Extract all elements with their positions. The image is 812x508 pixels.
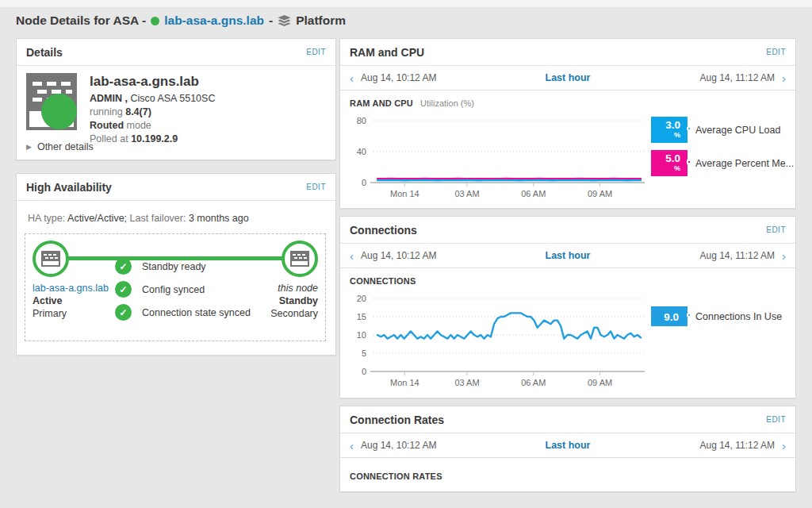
svg-text:09 AM: 09 AM <box>588 378 612 387</box>
legend-item-average-percent-me-[interactable]: 5.0%Average Percent Me... <box>651 150 786 176</box>
svg-text:15: 15 <box>357 312 366 321</box>
svg-text:10: 10 <box>357 330 366 340</box>
ram-chart-title: RAM AND CPU <box>350 98 413 108</box>
device-mode: Routed <box>90 120 124 131</box>
device-name: lab-asa-a.gns.lab <box>90 74 215 90</box>
ha-card-title: High Availability <box>26 181 112 194</box>
time-range-label[interactable]: Last hour <box>546 250 591 261</box>
prev-time-icon[interactable]: ‹ <box>350 72 354 84</box>
svg-text:Mon 14: Mon 14 <box>390 189 419 198</box>
connections-chart-row: 05101520Mon 1403 AM06 AM09 AM 9.0Connect… <box>340 287 795 394</box>
node-link[interactable]: lab-asa-a.gns.lab <box>164 13 264 28</box>
svg-text:0: 0 <box>362 367 366 376</box>
connections-edit-link[interactable]: EDIT <box>766 225 786 234</box>
rates-chart-title-row: CONNECTION RATES <box>340 458 795 483</box>
ram-cpu-chart[interactable]: 04080Mon 1403 AM06 AM09 AM <box>350 110 651 203</box>
time-range-end: Aug 14, 11:12 AM <box>699 72 775 83</box>
svg-text:03 AM: 03 AM <box>454 378 479 387</box>
ha-right-node-name: this node <box>278 283 318 294</box>
ha-type-line: HA type: Active/Active; Last failover: 3… <box>28 213 327 224</box>
time-bar: ‹ Aug 14, 10:12 AM Last hour Aug 14, 11:… <box>340 433 795 458</box>
failover-label: Last failover: <box>130 213 186 224</box>
rates-edit-link[interactable]: EDIT <box>766 415 786 424</box>
time-range-label[interactable]: Last hour <box>546 72 591 83</box>
node-details-page: Node Details for ASA - lab-asa-a.gns.lab… <box>0 0 812 508</box>
svg-text:20: 20 <box>357 294 366 303</box>
ram-chart-subtitle: Utilization (%) <box>420 98 474 108</box>
legend-value-badge: 9.0 <box>651 306 688 326</box>
page-title-text: Node Details for ASA - <box>16 13 146 28</box>
ram-cpu-card: RAM and CPU EDIT ‹ Aug 14, 10:12 AM Last… <box>339 38 796 209</box>
time-range-label[interactable]: Last hour <box>546 440 591 451</box>
device-vendor: ADMIN , <box>90 93 128 104</box>
ha-type-value: Active/Active; <box>67 213 127 224</box>
time-bar: ‹ Aug 14, 10:12 AM Last hour Aug 14, 11:… <box>340 244 795 268</box>
ram-chart-title-row: RAM AND CPU Utilization (%) <box>340 90 795 110</box>
connections-plot: 05101520Mon 1403 AM06 AM09 AM <box>350 287 651 394</box>
next-time-icon[interactable]: › <box>782 440 786 452</box>
device-version-line: running 8.4(7) <box>90 106 215 117</box>
legend-value-badge: 5.0% <box>651 150 688 176</box>
connections-chart-title: CONNECTIONS <box>350 276 416 286</box>
polled-label: Polled at <box>90 133 128 144</box>
details-card-title: Details <box>26 46 63 59</box>
prev-time-icon[interactable]: ‹ <box>350 440 354 452</box>
ha-edit-link[interactable]: EDIT <box>306 183 326 191</box>
series-connections-in-use <box>377 313 641 338</box>
other-details-label: Other details <box>37 141 94 152</box>
connections-chart-title-row: CONNECTIONS <box>340 268 795 287</box>
device-mode-line: Routed mode <box>90 120 215 131</box>
check-icon: ✓ <box>115 281 132 298</box>
next-time-icon[interactable]: › <box>782 72 786 84</box>
other-details-toggle[interactable]: ▶ Other details <box>26 141 94 152</box>
ha-left-node-state: Active <box>33 295 63 306</box>
legend-label: Connections In Use <box>695 311 782 322</box>
connection-rates-card: Connection Rates EDIT ‹ Aug 14, 10:12 AM… <box>339 406 796 492</box>
rates-card-title: Connection Rates <box>350 414 444 426</box>
svg-text:80: 80 <box>357 116 366 125</box>
ha-left-node-role: Primary <box>33 308 67 319</box>
connections-card-title: Connections <box>350 224 417 237</box>
device-model: Cisco ASA 5510SC <box>130 93 215 104</box>
platform-label: Platform <box>296 13 346 28</box>
connections-legend: 9.0Connections In Use <box>651 287 786 394</box>
prev-time-icon[interactable]: ‹ <box>350 250 354 262</box>
mode-label: mode <box>127 120 151 131</box>
time-bar: ‹ Aug 14, 10:12 AM Last hour Aug 14, 11:… <box>340 66 795 90</box>
legend-item-connections-in-use[interactable]: 9.0Connections In Use <box>651 306 786 326</box>
svg-text:Mon 14: Mon 14 <box>390 378 419 387</box>
circle-marker-icon <box>687 313 691 318</box>
rates-card-header: Connection Rates EDIT <box>340 406 795 433</box>
ram-cpu-legend: 3.0%Average CPU Load5.0%Average Percent … <box>651 110 786 203</box>
ha-standby-node-icon <box>282 241 318 277</box>
next-time-icon[interactable]: › <box>782 250 786 262</box>
ha-card-header: High Availability EDIT <box>17 174 335 201</box>
device-polled-line: Polled at 10.199.2.9 <box>90 133 215 144</box>
check-icon: ✓ <box>115 258 132 275</box>
details-edit-link[interactable]: EDIT <box>306 48 326 56</box>
ha-type-label: HA type: <box>28 213 65 224</box>
device-info: lab-asa-a.gns.lab ADMIN , Cisco ASA 5510… <box>90 73 215 147</box>
details-card: Details EDIT lab-asa-a.gns.lab <box>16 38 336 160</box>
time-range-end: Aug 14, 11:12 AM <box>699 440 775 451</box>
ram-card-header: RAM and CPU EDIT <box>340 39 795 66</box>
connections-chart[interactable]: 05101520Mon 1403 AM06 AM09 AM <box>350 287 651 394</box>
legend-item-average-cpu-load[interactable]: 3.0%Average CPU Load <box>651 117 786 143</box>
device-version: 8.4(7) <box>125 106 151 117</box>
running-label: running <box>90 106 123 117</box>
square-marker-icon <box>687 160 691 164</box>
ha-left-node-link[interactable]: lab-asa-a.gns.lab <box>33 283 109 294</box>
expand-icon: ▶ <box>26 143 32 151</box>
time-range-start: Aug 14, 10:12 AM <box>361 440 436 451</box>
title-separator: - <box>269 13 273 28</box>
ha-node-standby: this node Standby Secondary <box>199 241 318 319</box>
ram-card-title: RAM and CPU <box>350 46 424 59</box>
check-label: Config synced <box>142 284 205 295</box>
device-status-up-icon <box>41 94 77 129</box>
ram-edit-link[interactable]: EDIT <box>766 48 786 56</box>
check-icon: ✓ <box>115 304 132 321</box>
circle-marker-icon <box>687 126 691 131</box>
page-title: Node Details for ASA - lab-asa-a.gns.lab… <box>16 13 346 28</box>
ha-diagram: lab-asa-a.gns.lab Active Primary ✓ Stand… <box>25 233 326 341</box>
time-range-start: Aug 14, 10:12 AM <box>361 72 436 83</box>
